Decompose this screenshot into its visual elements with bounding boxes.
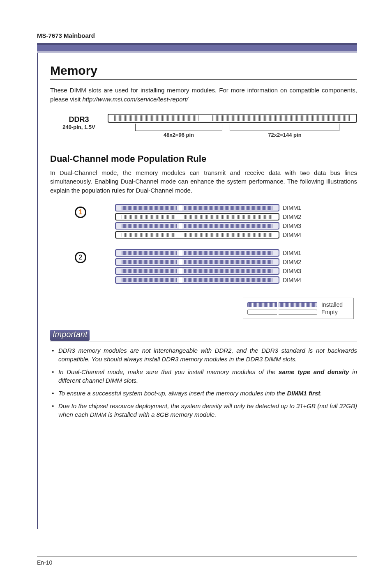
pin-count-left: 48x2=96 pin xyxy=(135,132,222,138)
legend-installed-label: Installed xyxy=(321,301,343,308)
dimm-slot-graphic xyxy=(115,204,279,211)
dimm-slot-graphic xyxy=(115,258,279,266)
memory-intro: These DIMM slots are used for installing… xyxy=(50,86,357,104)
note-3c: . xyxy=(320,390,322,397)
legend-empty-sample xyxy=(247,310,317,315)
config-badge-1: 1 xyxy=(75,207,86,218)
population-config-2: 2DIMM1DIMM2DIMM3DIMM4 xyxy=(50,249,357,285)
population-config-1: 1DIMM1DIMM2DIMM3DIMM4 xyxy=(50,204,357,240)
dimm-row: DIMM4 xyxy=(115,276,357,284)
page-footer: En-10 xyxy=(37,556,357,566)
dimm-slot-label: DIMM3 xyxy=(283,223,301,229)
page-number: En-10 xyxy=(37,559,52,566)
note-same-type: In Dual-Channel mode, make sure that you… xyxy=(50,368,357,385)
header-stripe xyxy=(37,43,357,53)
note-ddr3-compat: DDR3 memory modules are not interchangea… xyxy=(50,346,357,363)
dimm-slot-label: DIMM2 xyxy=(283,259,301,265)
important-heading: Important xyxy=(50,330,90,341)
dimm-slot-graphic xyxy=(115,222,279,230)
dimm-row: DIMM4 xyxy=(115,231,357,239)
dual-channel-title: Dual-Channel mode Population Rule xyxy=(50,154,357,164)
note-3a: To ensure a successful system boot-up, a… xyxy=(58,390,287,397)
legend-box: Installed Empty xyxy=(243,298,354,319)
dimm-slot-graphic xyxy=(115,213,279,220)
note-2b: same type and density xyxy=(279,368,349,375)
dimm-row: DIMM3 xyxy=(115,267,357,275)
dimm-slot-graphic xyxy=(115,267,279,275)
note-density-limit: Due to the chipset resource deployment, … xyxy=(50,402,357,419)
board-model: MS-7673 Mainboard xyxy=(37,32,357,41)
ddr3-diagram: DDR3 240-pin, 1.5V 48x2=96 pin 72x2=144 … xyxy=(50,114,357,138)
memory-intro-link: http://www.msi.com/service/test-report/ xyxy=(82,96,188,103)
dimm-row: DIMM1 xyxy=(115,204,357,211)
important-notes: DDR3 memory modules are not interchangea… xyxy=(50,346,357,419)
dimm-row: DIMM2 xyxy=(115,213,357,220)
dimm-row: DIMM3 xyxy=(115,222,357,230)
dimm-slot-label: DIMM1 xyxy=(283,204,301,211)
note-2a: In Dual-Channel mode, make sure that you… xyxy=(58,368,279,375)
dimm-slot-label: DIMM2 xyxy=(283,214,301,220)
ddr3-module-graphic xyxy=(108,114,357,123)
dimm-slot-graphic xyxy=(115,231,279,239)
dimm-slot-graphic xyxy=(115,276,279,284)
dimm-row: DIMM1 xyxy=(115,249,357,257)
dual-channel-text: In Dual-Channel mode, the memory modules… xyxy=(50,168,357,195)
dimm-slot-label: DIMM1 xyxy=(283,250,301,256)
note-3b: DIMM1 first xyxy=(287,390,320,397)
section-title-memory: Memory xyxy=(50,64,357,80)
ddr3-spec: 240-pin, 1.5V xyxy=(50,124,108,130)
legend-empty-label: Empty xyxy=(321,309,338,315)
dimm-slot-label: DIMM4 xyxy=(283,232,301,238)
legend-installed-sample xyxy=(247,302,317,307)
dimm-row: DIMM2 xyxy=(115,258,357,266)
dimm-slot-label: DIMM4 xyxy=(283,277,301,283)
dimm-slot-graphic xyxy=(115,249,279,257)
dimm-slot-label: DIMM3 xyxy=(283,268,301,274)
pin-count-right: 72x2=144 pin xyxy=(230,132,339,138)
ddr3-name: DDR3 xyxy=(50,115,108,124)
config-badge-2: 2 xyxy=(75,252,86,263)
note-dimm1-first: To ensure a successful system boot-up, a… xyxy=(50,389,357,397)
